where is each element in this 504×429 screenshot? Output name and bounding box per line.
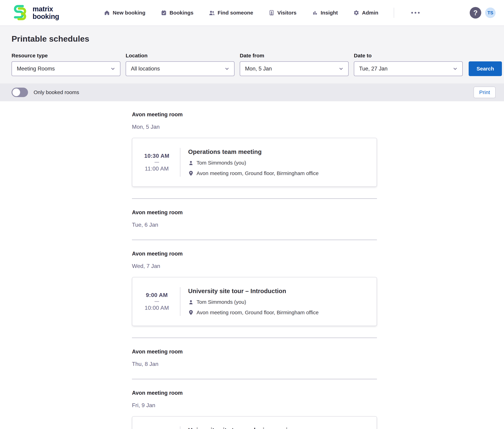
more-options-icon[interactable]	[410, 10, 421, 15]
group-divider	[132, 338, 377, 338]
booking-organiser: Tom Simmonds (you)	[197, 299, 246, 305]
schedule-group: Avon meeting room Tue, 6 Jan	[132, 209, 377, 240]
booking-details: University site tour – Introduction Tom …	[188, 287, 319, 316]
resource-type-value: Meeting Rooms	[17, 66, 55, 72]
schedule-group: Avon meeting room Thu, 8 Jan	[132, 349, 377, 379]
filter-row: Resource type Meeting Rooms Location All…	[11, 53, 493, 76]
nav-item-new-booking[interactable]: New booking	[104, 10, 145, 16]
page-title: Printable schedules	[11, 34, 493, 44]
date-from-label: Date from	[240, 53, 349, 59]
main-nav: New booking Bookings Find someone	[66, 8, 459, 18]
card-divider	[180, 287, 180, 316]
group-bookings: 10:30 AM 11:00 AM Operations team meetin…	[132, 138, 377, 187]
date-to-value: Tue, 27 Jan	[359, 66, 388, 72]
booking-details: University site tour – closing seminar T…	[188, 426, 324, 429]
top-nav-bar: matrix booking New booking Bookings	[0, 0, 504, 26]
nav-item-label: Admin	[362, 10, 378, 16]
booking-organiser-row: Tom Simmonds (you)	[188, 299, 319, 305]
booking-time-range: 9:00 AM 10:00 AM	[140, 292, 174, 311]
header-right: ? TS	[470, 7, 495, 18]
chevron-down-icon	[338, 66, 344, 71]
chevron-down-icon	[452, 66, 458, 71]
card-divider	[180, 148, 180, 177]
nav-item-visitors[interactable]: Visitors	[269, 10, 297, 16]
search-button[interactable]: Search	[469, 61, 502, 76]
booking-location: Avon meeting room, Ground floor, Birming…	[197, 170, 319, 176]
booking-end-time: 11:00 AM	[140, 166, 174, 172]
nav-item-label: New booking	[113, 10, 145, 16]
group-date: Tue, 6 Jan	[132, 222, 377, 228]
group-divider	[132, 379, 377, 379]
booking-card: 10:30 AM 11:00 AM Operations team meetin…	[132, 138, 377, 187]
location-pin-icon	[188, 171, 194, 176]
booking-card: 4:00 PM 5:00 PM University site tour – c…	[132, 416, 377, 429]
location-field: Location All locations	[126, 53, 234, 76]
booking-title: University site tour – closing seminar	[188, 427, 324, 429]
location-select[interactable]: All locations	[126, 61, 234, 76]
booking-location: Avon meeting room, Ground floor, Birming…	[197, 310, 319, 315]
booking-end-time: 10:00 AM	[140, 305, 174, 311]
chevron-down-icon	[110, 66, 116, 71]
booking-location-row: Avon meeting room, Ground floor, Birming…	[188, 170, 319, 176]
booking-organiser-row: Tom Simmonds (you)	[188, 160, 319, 166]
nav-item-bookings[interactable]: Bookings	[161, 10, 194, 16]
nav-item-label: Bookings	[170, 10, 194, 16]
date-from-field: Date from Mon, 5 Jan	[240, 53, 349, 76]
room-name: Avon meeting room	[132, 209, 377, 216]
booking-time-range: 10:30 AM 11:00 AM	[140, 153, 174, 172]
nav-divider	[394, 8, 394, 18]
person-icon	[188, 160, 194, 166]
calendar-check-icon	[161, 10, 167, 16]
booking-start-time: 9:00 AM	[140, 292, 174, 298]
booking-title: Operations team meeting	[188, 148, 319, 155]
nav-item-label: Insight	[321, 10, 338, 16]
time-range-dash	[154, 301, 159, 302]
resource-type-label: Resource type	[11, 53, 120, 59]
room-name: Avon meeting room	[132, 251, 377, 257]
location-label: Location	[126, 53, 234, 59]
nav-item-find-someone[interactable]: Find someone	[209, 10, 253, 16]
group-divider	[132, 240, 377, 240]
gear-icon	[353, 10, 359, 16]
nav-item-label: Find someone	[217, 10, 253, 16]
resource-type-select[interactable]: Meeting Rooms	[11, 61, 120, 76]
user-avatar[interactable]: TS	[485, 8, 495, 18]
date-from-select[interactable]: Mon, 5 Jan	[240, 61, 349, 76]
nav-item-admin[interactable]: Admin	[353, 10, 378, 16]
people-icon	[209, 10, 215, 16]
booking-card: 9:00 AM 10:00 AM University site tour – …	[132, 277, 377, 326]
home-icon	[104, 10, 110, 16]
nav-item-insight[interactable]: Insight	[312, 10, 338, 16]
help-button[interactable]: ?	[470, 7, 481, 18]
room-name: Avon meeting room	[132, 111, 377, 118]
room-name: Avon meeting room	[132, 349, 377, 355]
chevron-down-icon	[224, 66, 230, 71]
matrix-booking-logo[interactable]: matrix booking	[11, 4, 59, 22]
toggle-label: Only booked rooms	[34, 89, 79, 95]
only-booked-rooms-toggle[interactable]	[11, 88, 28, 97]
date-to-field: Date to Tue, 27 Jan	[354, 53, 463, 76]
toolbar: Only booked rooms Print	[0, 83, 504, 101]
logo-wordmark: matrix booking	[33, 5, 59, 20]
group-date: Thu, 8 Jan	[132, 361, 377, 367]
location-value: All locations	[131, 66, 160, 72]
card-divider	[180, 426, 180, 429]
group-bookings: 4:00 PM 5:00 PM University site tour – c…	[132, 416, 377, 429]
print-button[interactable]: Print	[474, 87, 495, 98]
room-name: Avon meeting room	[132, 390, 377, 396]
booking-title: University site tour – Introduction	[188, 288, 319, 295]
nav-item-label: Visitors	[277, 10, 297, 16]
booking-location-row: Avon meeting room, Ground floor, Birming…	[188, 310, 319, 315]
date-from-value: Mon, 5 Jan	[245, 66, 272, 72]
group-bookings: 9:00 AM 10:00 AM University site tour – …	[132, 277, 377, 326]
date-to-select[interactable]: Tue, 27 Jan	[354, 61, 463, 76]
person-icon	[188, 299, 194, 305]
group-divider	[132, 198, 377, 199]
booking-start-time: 10:30 AM	[140, 153, 174, 159]
schedule-group: Avon meeting room Fri, 9 Jan 4:00 PM 5:0…	[132, 390, 377, 429]
group-date: Fri, 9 Jan	[132, 402, 377, 409]
group-date: Wed, 7 Jan	[132, 263, 377, 269]
time-range-dash	[154, 162, 159, 163]
bar-chart-icon	[312, 10, 318, 16]
schedule-group: Avon meeting room Mon, 5 Jan 10:30 AM 11…	[132, 111, 377, 199]
